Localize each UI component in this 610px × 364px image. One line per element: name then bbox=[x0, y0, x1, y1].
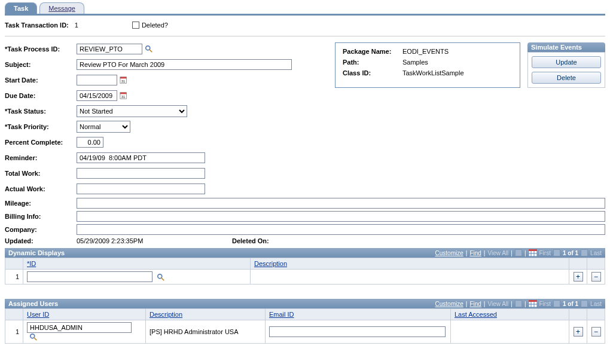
actual-work-input[interactable] bbox=[77, 183, 205, 194]
label-reminder: Reminder: bbox=[5, 154, 77, 161]
tab-message[interactable]: Message bbox=[39, 2, 84, 14]
download-icon[interactable] bbox=[515, 300, 522, 307]
view-all-link[interactable]: View All bbox=[487, 250, 508, 256]
svg-text:31: 31 bbox=[121, 94, 126, 99]
col-description[interactable]: Description bbox=[254, 260, 287, 267]
delete-button[interactable]: Delete bbox=[532, 72, 601, 84]
label-percent-complete: Percent Complete: bbox=[5, 139, 77, 146]
package-name-label: Package Name: bbox=[343, 48, 402, 55]
package-info-box: Package Name: EODI_EVENTS Path: Samples … bbox=[335, 42, 520, 88]
delete-row-icon[interactable]: − bbox=[591, 272, 601, 282]
col-description[interactable]: Description bbox=[150, 311, 182, 318]
find-link[interactable]: Find bbox=[469, 301, 481, 307]
deleted-label: Deleted? bbox=[142, 22, 168, 29]
dynamic-displays-title: Dynamic Displays bbox=[8, 249, 65, 256]
last-accessed-cell bbox=[451, 320, 569, 344]
path-value: Samples bbox=[402, 59, 428, 66]
last-link[interactable]: Last bbox=[590, 250, 602, 256]
svg-line-1 bbox=[150, 50, 152, 52]
table-row: 1 [PS] HRHD Administrator USA + − bbox=[5, 320, 605, 344]
col-email-id[interactable]: Email ID bbox=[269, 311, 294, 318]
svg-point-0 bbox=[146, 46, 150, 50]
assigned-users-title: Assigned Users bbox=[8, 300, 58, 307]
grid-spreadsheet-icon[interactable] bbox=[529, 249, 537, 256]
package-name-value: EODI_EVENTS bbox=[402, 48, 449, 55]
label-start-date: Start Date: bbox=[5, 77, 77, 84]
company-input[interactable] bbox=[77, 224, 605, 235]
class-id-label: Class ID: bbox=[343, 69, 402, 77]
user-description-cell: [PS] HRHD Administrator USA bbox=[146, 320, 266, 344]
customize-link[interactable]: Customize bbox=[435, 301, 463, 307]
download-icon[interactable] bbox=[515, 249, 522, 256]
billing-info-input[interactable] bbox=[77, 211, 605, 222]
svg-point-13 bbox=[158, 274, 162, 279]
update-button[interactable]: Update bbox=[532, 56, 601, 68]
svg-point-20 bbox=[30, 334, 35, 338]
due-date-input[interactable] bbox=[77, 90, 117, 101]
email-id-input[interactable] bbox=[269, 326, 446, 337]
svg-text:31: 31 bbox=[121, 79, 126, 83]
class-id-value: TaskWorkListSample bbox=[402, 69, 464, 77]
task-transaction-id-value: 1 bbox=[75, 22, 78, 29]
col-user-id[interactable]: User ID bbox=[27, 311, 49, 318]
start-date-input[interactable] bbox=[77, 75, 117, 85]
dynamic-id-input[interactable] bbox=[27, 271, 152, 282]
next-icon[interactable] bbox=[581, 249, 588, 256]
label-company: Company: bbox=[5, 226, 77, 233]
last-link[interactable]: Last bbox=[590, 301, 602, 307]
svg-line-14 bbox=[161, 278, 164, 280]
calendar-icon[interactable]: 31 bbox=[120, 91, 128, 100]
total-work-input[interactable] bbox=[77, 168, 205, 179]
lookup-icon[interactable] bbox=[157, 273, 165, 282]
lookup-icon[interactable] bbox=[29, 333, 38, 341]
label-billing-info: Billing Info: bbox=[5, 213, 77, 220]
task-transaction-id-label: Task Transaction ID: bbox=[5, 22, 69, 29]
range-text: 1 of 1 bbox=[563, 250, 578, 256]
subject-input[interactable] bbox=[77, 59, 292, 70]
user-id-input[interactable] bbox=[27, 322, 132, 333]
percent-complete-input[interactable] bbox=[77, 137, 103, 148]
grid-spreadsheet-icon[interactable] bbox=[529, 300, 537, 307]
svg-rect-9 bbox=[529, 249, 537, 251]
task-status-select[interactable]: Not Started bbox=[77, 105, 187, 117]
label-updated: Updated: bbox=[5, 237, 77, 244]
label-deleted-on: Deleted On: bbox=[232, 237, 292, 244]
simulate-events-title: Simulate Events bbox=[527, 42, 605, 52]
reminder-input[interactable] bbox=[77, 152, 205, 163]
customize-link[interactable]: Customize bbox=[435, 250, 463, 256]
row-num: 1 bbox=[5, 320, 23, 344]
first-link[interactable]: First bbox=[539, 250, 551, 256]
task-priority-select[interactable]: Normal bbox=[77, 121, 130, 133]
label-subject: Subject: bbox=[5, 61, 77, 68]
dynamic-description-cell bbox=[251, 270, 569, 285]
label-task-priority: *Task Priority: bbox=[5, 123, 77, 130]
path-label: Path: bbox=[343, 59, 402, 66]
label-actual-work: Actual Work: bbox=[5, 185, 77, 192]
label-total-work: Total Work: bbox=[5, 170, 77, 177]
first-link[interactable]: First bbox=[539, 301, 551, 307]
prev-icon[interactable] bbox=[553, 249, 560, 256]
delete-row-icon[interactable]: − bbox=[591, 327, 601, 337]
tab-task[interactable]: Task bbox=[5, 2, 37, 14]
add-row-icon[interactable]: + bbox=[574, 327, 583, 337]
label-task-status: *Task Status: bbox=[5, 108, 77, 115]
col-last-accessed[interactable]: Last Accessed bbox=[455, 311, 497, 318]
deleted-checkbox[interactable] bbox=[132, 22, 139, 29]
row-num: 1 bbox=[5, 270, 23, 285]
label-due-date: Due Date: bbox=[5, 92, 77, 99]
mileage-input[interactable] bbox=[77, 198, 605, 209]
add-row-icon[interactable]: + bbox=[574, 272, 583, 282]
prev-icon[interactable] bbox=[553, 300, 560, 307]
lookup-icon[interactable] bbox=[145, 45, 153, 53]
view-all-link[interactable]: View All bbox=[487, 301, 508, 307]
calendar-icon[interactable]: 31 bbox=[120, 76, 128, 84]
label-mileage: Mileage: bbox=[5, 200, 77, 207]
col-id[interactable]: *ID bbox=[27, 260, 36, 267]
task-process-id-input[interactable] bbox=[77, 44, 142, 54]
next-icon[interactable] bbox=[581, 300, 588, 307]
updated-value: 05/29/2009 2:23:35PM bbox=[77, 237, 232, 244]
label-task-process-id: *Task Process ID: bbox=[5, 45, 77, 53]
find-link[interactable]: Find bbox=[469, 250, 481, 256]
range-text: 1 of 1 bbox=[563, 301, 578, 307]
svg-rect-16 bbox=[529, 300, 537, 302]
